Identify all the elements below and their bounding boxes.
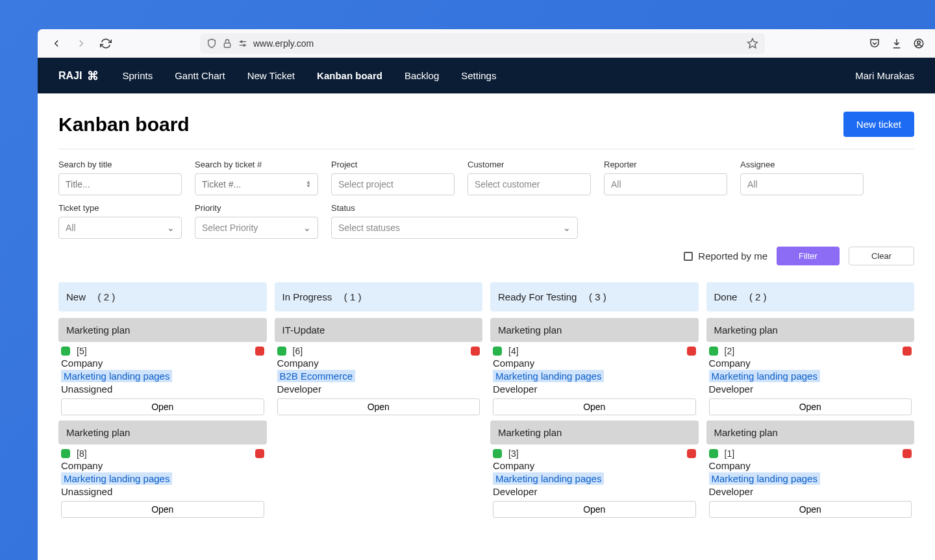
kanban-column: New ( 2 )Marketing plan[5]CompanyMarketi… [58,282,267,523]
status-value: Select statuses [338,223,400,233]
ticket-type-select[interactable]: All ⌄ [58,217,182,239]
kanban-card[interactable]: Marketing plan[1]CompanyMarketing landin… [706,420,915,518]
project-select[interactable]: Select project [331,173,455,195]
card-assignee: Developer [709,383,912,395]
card-link[interactable]: Marketing landing pages [61,370,172,382]
column-name: New [66,291,86,302]
nav-item-gantt-chart[interactable]: Gantt Chart [175,70,225,81]
reload-button[interactable] [97,35,114,52]
nav: SprintsGantt ChartNew TicketKanban board… [122,70,496,81]
status-dot-green [709,347,718,356]
priority-select[interactable]: Select Priority ⌄ [195,217,318,239]
kanban-card[interactable]: IT-Update[6]CompanyB2B EcommerceDevelope… [275,318,483,415]
filters-row-2: Ticket type All ⌄ Priority Select Priori… [58,203,914,239]
status-dot-red [255,449,264,458]
filters-row-1: Search by title Search by ticket # ▲▼ Pr… [58,160,914,195]
status-dot-red [903,449,912,458]
forward-button[interactable] [73,35,90,52]
card-title: IT-Update [275,318,483,342]
filter-label: Priority [195,203,318,213]
kanban-card[interactable]: Marketing plan[3]CompanyMarketing landin… [490,420,699,518]
number-stepper-icon[interactable]: ▲▼ [306,180,311,188]
search-ticket-field[interactable] [202,179,306,189]
back-button[interactable] [48,35,65,52]
column-count: ( 2 ) [98,291,116,302]
card-link[interactable]: Marketing landing pages [493,370,604,382]
status-dot-red [687,347,696,356]
open-button[interactable]: Open [709,398,912,415]
reporter-select[interactable]: All [604,173,727,195]
pocket-icon[interactable] [869,38,880,49]
card-id: [3] [508,448,519,459]
kanban-card[interactable]: Marketing plan[8]CompanyMarketing landin… [58,420,267,518]
open-button[interactable]: Open [493,501,696,518]
card-title: Marketing plan [490,318,699,342]
address-bar[interactable]: www.erply.com [200,33,765,54]
kanban-card[interactable]: Marketing plan[2]CompanyMarketing landin… [706,318,915,415]
card-link[interactable]: Marketing landing pages [61,472,172,485]
kanban-card[interactable]: Marketing plan[4]CompanyMarketing landin… [490,318,699,415]
card-link[interactable]: B2B Ecommerce [277,370,356,382]
filter-search-ticket: Search by ticket # ▲▼ [195,160,318,195]
reporter-placeholder: All [611,179,621,189]
card-link[interactable]: Marketing landing pages [709,370,820,382]
search-title-field[interactable] [66,179,175,189]
nav-item-kanban-board[interactable]: Kanban board [317,70,382,81]
lock-icon [222,38,232,49]
card-link[interactable]: Marketing landing pages [709,472,820,485]
checkbox-icon [684,252,693,261]
account-icon[interactable] [913,38,925,49]
bookmark-star-icon[interactable] [747,38,758,49]
nav-item-backlog[interactable]: Backlog [405,70,439,81]
nav-item-settings[interactable]: Settings [461,70,496,81]
card-header-row: [6] [277,346,480,356]
open-button[interactable]: Open [493,398,696,415]
open-button[interactable]: Open [277,398,480,415]
filter-label: Search by title [58,160,182,169]
open-button[interactable]: Open [61,501,264,518]
open-button[interactable]: Open [709,501,912,518]
new-ticket-button[interactable]: New ticket [843,112,914,137]
search-title-input[interactable] [58,173,182,195]
nav-item-new-ticket[interactable]: New Ticket [247,70,295,81]
card-body: [6]CompanyB2B EcommerceDeveloperOpen [275,346,483,415]
brand-logo[interactable]: RAJI ⌘ [58,69,99,83]
brand-text: RAJI [58,70,82,82]
filter-label: Status [331,203,578,213]
nav-item-sprints[interactable]: Sprints [122,70,153,81]
card-title: Marketing plan [706,318,915,342]
card-company: Company [709,460,912,471]
column-header: New ( 2 ) [58,282,267,311]
download-icon[interactable] [891,38,903,49]
clear-button[interactable]: Clear [849,247,914,265]
kanban-column: Done ( 2 )Marketing plan[2]CompanyMarket… [706,282,915,523]
svg-point-7 [917,41,921,44]
search-ticket-input[interactable]: ▲▼ [195,173,318,195]
user-name[interactable]: Mari Murakas [855,70,914,81]
card-id: [1] [725,448,735,459]
filter-button[interactable]: Filter [777,247,840,265]
card-company: Company [493,460,696,471]
column-header: In Progress ( 1 ) [275,282,483,311]
reported-by-me-checkbox[interactable]: Reported by me [684,250,767,262]
settings-toggle-icon [238,38,248,49]
customer-placeholder: Select customer [475,179,540,189]
filter-search-title: Search by title [58,160,182,195]
status-dot-green [61,347,70,356]
filter-label: Ticket type [58,203,182,213]
assignee-select[interactable]: All [740,173,864,195]
status-select[interactable]: Select statuses ⌄ [331,217,578,239]
card-title: Marketing plan [58,318,267,342]
status-dot-green [493,449,502,458]
filter-priority: Priority Select Priority ⌄ [195,203,318,239]
column-name: In Progress [282,291,332,302]
column-count: ( 1 ) [344,291,362,302]
status-dot-green [709,449,718,458]
page-content: Kanban board New ticket Search by title … [38,93,935,541]
open-button[interactable]: Open [61,398,264,415]
status-dot-green [277,347,286,356]
kanban-card[interactable]: Marketing plan[5]CompanyMarketing landin… [58,318,267,415]
card-link[interactable]: Marketing landing pages [493,472,604,485]
customer-select[interactable]: Select customer [468,173,591,195]
filter-assignee: Assignee All [740,160,864,195]
